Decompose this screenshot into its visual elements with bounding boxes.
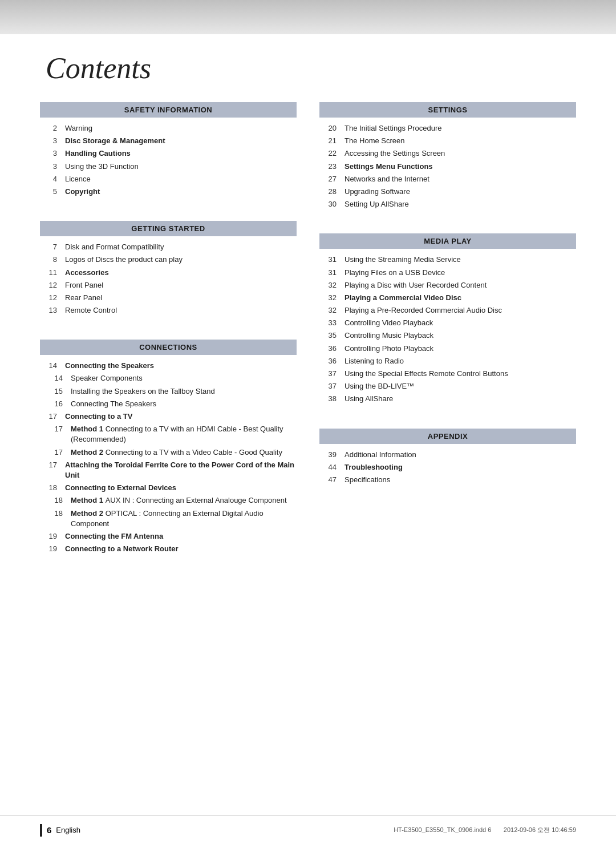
footer-bar-decoration xyxy=(40,824,42,837)
toc-page-number: 3 xyxy=(40,161,57,172)
section-spacer xyxy=(319,406,576,417)
toc-item: 28Upgrading Software xyxy=(319,185,576,198)
toc-item: 7Disk and Format Compatibility xyxy=(40,241,297,253)
toc-page-number: 8 xyxy=(40,255,57,265)
toc-item-text: Accessories xyxy=(65,268,297,278)
toc-page-number: 13 xyxy=(40,305,57,316)
toc-item: 36Listening to Radio xyxy=(319,355,576,368)
toc-item-text: Accessing the Settings Screen xyxy=(345,148,576,159)
toc-item-text: Playing a Pre-Recorded Commercial Audio … xyxy=(345,305,576,316)
toc-page-number: 20 xyxy=(319,123,337,134)
toc-item-text: Listening to Radio xyxy=(345,356,576,366)
top-gradient-bar xyxy=(0,0,616,34)
toc-item-text: Connecting the FM Antenna xyxy=(65,531,297,542)
toc-item: 44Troubleshooting xyxy=(319,461,576,474)
toc-item-text: Controlling Music Playback xyxy=(345,330,576,341)
toc-item-text: Method 2 Connecting to a TV with a Video… xyxy=(71,447,297,458)
toc-item-text: Using the BD-LIVE™ xyxy=(345,381,576,391)
toc-item-text: Copyright xyxy=(65,187,297,197)
toc-item: 3Handling Cautions xyxy=(40,147,297,160)
toc-item: 23Settings Menu Functions xyxy=(319,160,576,173)
toc-item-text: Handling Cautions xyxy=(65,148,297,159)
toc-item-text: Disk and Format Compatibility xyxy=(65,242,297,252)
toc-item-text: Rear Panel xyxy=(65,293,297,303)
toc-item: 12Rear Panel xyxy=(40,292,297,304)
toc-page-number: 33 xyxy=(319,318,337,328)
toc-item-text: Upgrading Software xyxy=(345,187,576,197)
toc-page-number: 11 xyxy=(40,268,57,278)
toc-item-text: Networks and the Internet xyxy=(345,174,576,184)
footer-timestamp: 2012-09-06 오전 10:46:59 xyxy=(504,826,576,833)
toc-item-text: Settings Menu Functions xyxy=(345,161,576,172)
footer-left: 6 English xyxy=(40,824,80,837)
toc-item-text: Connecting the Speakers xyxy=(65,361,297,371)
toc-item: 19Connecting the FM Antenna xyxy=(40,530,297,543)
toc-item: 16Connecting The Speakers xyxy=(40,398,297,410)
section-header-0: SETTINGS xyxy=(319,102,576,118)
toc-item: 32Playing a Pre-Recorded Commercial Audi… xyxy=(319,304,576,317)
toc-page-number: 30 xyxy=(319,199,337,209)
toc-page-number: 15 xyxy=(46,386,63,397)
toc-item-text: Logos of Discs the product can play xyxy=(65,255,297,265)
toc-page-number: 2 xyxy=(40,123,57,134)
page-title: Contents xyxy=(46,51,570,85)
toc-page-number: 4 xyxy=(40,174,57,184)
toc-item: 18Method 2 OPTICAL : Connecting an Exter… xyxy=(40,507,297,530)
toc-item-text: Using the Streaming Media Service xyxy=(345,255,576,265)
toc-item: 32Playing a Disc with User Recorded Cont… xyxy=(319,279,576,292)
toc-item: 12Front Panel xyxy=(40,279,297,292)
toc-item: 33Controlling Video Playback xyxy=(319,317,576,329)
section-header-1: MEDIA PLAY xyxy=(319,233,576,249)
toc-item-text: Playing a Commercial Video Disc xyxy=(345,293,576,303)
toc-item: 17Attaching the Toroidal Ferrite Core to… xyxy=(40,459,297,482)
toc-item-text: Controlling Photo Playback xyxy=(345,344,576,354)
toc-page-number: 31 xyxy=(319,268,337,278)
toc-page-number: 38 xyxy=(319,394,337,404)
toc-item: 21The Home Screen xyxy=(319,135,576,147)
toc-item-text: Using the 3D Function xyxy=(65,161,297,172)
toc-page-number: 14 xyxy=(46,373,63,383)
toc-page-number: 5 xyxy=(40,187,57,197)
toc-item-text: Using the Special Effects Remote Control… xyxy=(345,369,576,379)
toc-page-number: 7 xyxy=(40,242,57,252)
footer-file-info: HT-E3500_E3550_TK_0906.indd 6 xyxy=(394,826,491,833)
toc-page-number: 36 xyxy=(319,344,337,354)
toc-item: 38Using AllShare xyxy=(319,393,576,405)
toc-item-text: Licence xyxy=(65,174,297,184)
section-spacer xyxy=(319,211,576,222)
toc-page-number: 12 xyxy=(40,280,57,290)
toc-page-number: 35 xyxy=(319,330,337,341)
toc-page-number: 17 xyxy=(40,460,57,470)
toc-item: 30Setting Up AllShare xyxy=(319,198,576,211)
toc-page-number: 32 xyxy=(319,280,337,290)
toc-item: 3Disc Storage & Management xyxy=(40,135,297,147)
toc-page-number: 32 xyxy=(319,293,337,303)
toc-item-text: Connecting The Speakers xyxy=(71,399,297,409)
toc-page-number: 12 xyxy=(40,293,57,303)
section-spacer xyxy=(40,198,297,209)
toc-page-number: 23 xyxy=(319,161,337,172)
toc-page-number: 39 xyxy=(319,450,337,460)
footer-page-number: 6 xyxy=(47,825,51,835)
toc-page-number: 14 xyxy=(40,361,57,371)
toc-item: 31Playing Files on a USB Device xyxy=(319,266,576,279)
toc-item: 36Controlling Photo Playback xyxy=(319,342,576,355)
toc-item: 2Warning xyxy=(40,122,297,135)
section-spacer xyxy=(40,317,297,328)
toc-item-text: Playing Files on a USB Device xyxy=(345,268,576,278)
toc-item: 22Accessing the Settings Screen xyxy=(319,147,576,160)
toc-item: 47Specifications xyxy=(319,474,576,486)
toc-page-number: 18 xyxy=(46,495,63,506)
toc-item: 19Connecting to a Network Router xyxy=(40,543,297,555)
toc-item-text: Method 1 AUX IN : Connecting an External… xyxy=(71,495,297,506)
toc-item: 18Method 1 AUX IN : Connecting an Extern… xyxy=(40,494,297,507)
toc-item-text: Method 2 OPTICAL : Connecting an Externa… xyxy=(71,508,297,529)
toc-item-text: The Initial Settings Procedure xyxy=(345,123,576,134)
toc-item-text: Warning xyxy=(65,123,297,134)
toc-item-text: Controlling Video Playback xyxy=(345,318,576,328)
toc-item: 8Logos of Discs the product can play xyxy=(40,253,297,266)
toc-page-number: 16 xyxy=(46,399,63,409)
toc-page-number: 18 xyxy=(40,483,57,493)
toc-item: 3Using the 3D Function xyxy=(40,160,297,173)
toc-item: 5Copyright xyxy=(40,185,297,198)
